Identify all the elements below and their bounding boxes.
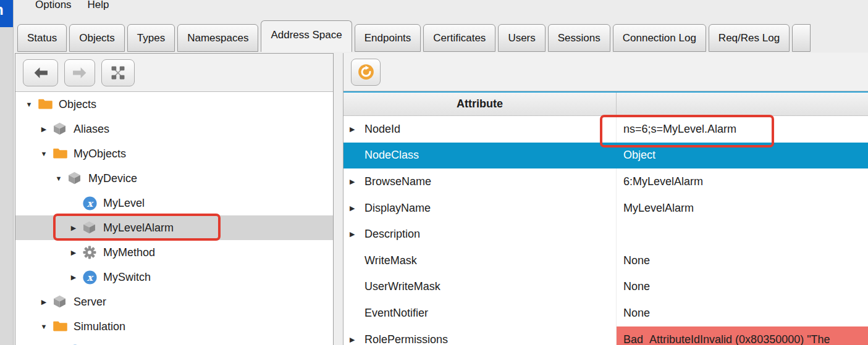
tab-address-space[interactable]: Address Space bbox=[261, 20, 352, 52]
tree-item-simulation[interactable]: ▼Simulation bbox=[15, 314, 333, 339]
cube-icon bbox=[53, 122, 67, 136]
address-space-tree: ▼Objects▶Aliases▼MyObjects▼MyDevicexMyLe… bbox=[15, 92, 333, 345]
background-window-fragment: n bbox=[0, 0, 14, 27]
references-button[interactable] bbox=[101, 59, 135, 86]
tab-connection-log[interactable]: Connection Log bbox=[613, 24, 706, 52]
tab-partial[interactable] bbox=[792, 24, 811, 52]
tab-bar: StatusObjectsTypesNamespacesAddress Spac… bbox=[14, 16, 868, 52]
tree-item-mylevel[interactable]: xMyLevel bbox=[15, 191, 333, 215]
forward-button[interactable] bbox=[64, 59, 95, 86]
menu-bar: OptionsHelp bbox=[14, 0, 868, 16]
attribute-column-header: Attribute bbox=[343, 93, 617, 115]
tree-item-label: Objects bbox=[59, 98, 96, 111]
attributes-panel: Attribute ▶NodeIdns=6;s=MyLevel.AlarmNod… bbox=[343, 53, 868, 345]
chevron-collapsed-icon[interactable]: ▶ bbox=[69, 249, 78, 257]
tab-types[interactable]: Types bbox=[127, 24, 175, 52]
attribute-name: NodeId bbox=[364, 123, 400, 136]
back-icon bbox=[33, 67, 48, 79]
chevron-expanded-icon[interactable]: ▼ bbox=[39, 150, 49, 157]
chevron-collapsed-icon[interactable]: ▶ bbox=[350, 178, 364, 186]
tree-item-mydevice[interactable]: ▼MyDevice bbox=[15, 166, 333, 191]
variable-icon: x bbox=[83, 196, 97, 210]
background-window-letter: n bbox=[0, 1, 4, 19]
desktop-edge-strip: n bbox=[0, 0, 14, 345]
attribute-name: Description bbox=[364, 228, 420, 241]
attribute-value-cell: None bbox=[617, 300, 868, 326]
attribute-value-cell: None bbox=[617, 274, 868, 301]
tree-item-label: MyObjects bbox=[74, 148, 126, 160]
attributes-table: Attribute ▶NodeIdns=6;s=MyLevel.AlarmNod… bbox=[343, 91, 868, 345]
tree-item-label: Simulation bbox=[74, 320, 125, 333]
chevron-expanded-icon[interactable]: ▼ bbox=[39, 323, 49, 330]
chevron-collapsed-icon[interactable]: ▶ bbox=[69, 273, 78, 281]
tree-item-label: MyLevelAlarm bbox=[103, 222, 174, 235]
chevron-collapsed-icon[interactable]: ▶ bbox=[69, 224, 78, 232]
attribute-name-cell: ▶NodeId bbox=[343, 116, 617, 143]
tree-item-server[interactable]: ▶Server bbox=[15, 289, 333, 314]
tree-item-label: Server bbox=[74, 296, 106, 309]
chevron-collapsed-icon[interactable]: ▶ bbox=[350, 230, 364, 238]
tree-item-aliases[interactable]: ▶Aliases bbox=[15, 117, 333, 141]
refresh-button[interactable] bbox=[351, 59, 381, 86]
tree-item-myswitch[interactable]: ▶xMySwitch bbox=[15, 265, 333, 289]
tree-item-label: Aliases bbox=[74, 123, 109, 136]
folder-icon bbox=[38, 98, 53, 112]
attribute-name: EventNotifier bbox=[364, 307, 428, 320]
attribute-name: WriteMask bbox=[364, 254, 417, 267]
chevron-collapsed-icon[interactable]: ▶ bbox=[350, 125, 364, 133]
attribute-name: BrowseName bbox=[364, 175, 431, 188]
content-area: ▼Objects▶Aliases▼MyObjects▼MyDevicexMyLe… bbox=[14, 52, 868, 345]
tree-item-mylevelalarm[interactable]: ▶MyLevelAlarm bbox=[15, 215, 333, 240]
attr-row-nodeclass[interactable]: NodeClassObject bbox=[343, 143, 868, 169]
references-icon bbox=[111, 66, 125, 80]
attribute-name-cell: WriteMask bbox=[343, 247, 617, 274]
chevron-collapsed-icon[interactable]: ▶ bbox=[350, 204, 364, 212]
tree-item-mymethod[interactable]: ▶MyMethod bbox=[15, 240, 333, 265]
attributes-table-header: Attribute bbox=[343, 93, 868, 116]
cube-icon bbox=[68, 172, 82, 186]
chevron-expanded-icon[interactable]: ▼ bbox=[54, 175, 64, 182]
tab-users[interactable]: Users bbox=[498, 24, 545, 52]
tab-endpoints[interactable]: Endpoints bbox=[355, 24, 421, 52]
attr-row-displayname[interactable]: ▶DisplayNameMyLevelAlarm bbox=[343, 195, 868, 222]
refresh-icon bbox=[358, 64, 374, 80]
menu-options[interactable]: Options bbox=[27, 0, 80, 12]
menu-help[interactable]: Help bbox=[80, 0, 117, 12]
tab-sessions[interactable]: Sessions bbox=[548, 24, 610, 52]
tab-status[interactable]: Status bbox=[17, 24, 67, 52]
attr-row-eventnotifier[interactable]: EventNotifierNone bbox=[343, 300, 868, 326]
tab-objects[interactable]: Objects bbox=[69, 24, 125, 52]
variable-icon: x bbox=[83, 270, 97, 285]
attribute-name-cell: UserWriteMask bbox=[343, 274, 617, 301]
chevron-collapsed-icon[interactable]: ▶ bbox=[39, 125, 49, 133]
back-button[interactable] bbox=[23, 59, 58, 86]
attribute-name: UserWriteMask bbox=[364, 280, 440, 293]
tree-item-label: MyLevel bbox=[103, 197, 145, 210]
chevron-collapsed-icon[interactable]: ▶ bbox=[39, 298, 49, 306]
attr-row-rolepermissions[interactable]: ▶RolePermissionsBad_AttributeIdInvalid (… bbox=[343, 326, 868, 345]
tab-namespaces[interactable]: Namespaces bbox=[177, 24, 258, 52]
attr-row-userwritemask[interactable]: UserWriteMaskNone bbox=[343, 274, 868, 301]
chevron-expanded-icon[interactable]: ▼ bbox=[24, 101, 34, 108]
attribute-value-cell: None bbox=[617, 247, 868, 274]
attribute-name-cell: ▶Description bbox=[343, 221, 617, 247]
attr-row-browsename[interactable]: ▶BrowseName6:MyLevelAlarm bbox=[343, 168, 868, 195]
attribute-value-cell: 6:MyLevelAlarm bbox=[617, 168, 868, 195]
attribute-name-cell: EventNotifier bbox=[343, 300, 617, 326]
tree-item-objects[interactable]: ▼Objects bbox=[15, 92, 333, 117]
tree-item-label: MyDevice bbox=[88, 172, 137, 185]
tree-item-label: MyMethod bbox=[103, 246, 155, 259]
attribute-value-cell: ns=6;s=MyLevel.Alarm bbox=[617, 116, 868, 143]
tab-certificates[interactable]: Certificates bbox=[423, 24, 495, 52]
tree-item-myobjects[interactable]: ▼MyObjects bbox=[15, 141, 333, 166]
tree-item-label: MySwitch bbox=[103, 271, 151, 284]
cube-icon bbox=[83, 221, 97, 235]
attr-row-writemask[interactable]: WriteMaskNone bbox=[343, 247, 868, 274]
tree-item-item[interactable]: x bbox=[15, 339, 333, 345]
tab-req-res-log[interactable]: Req/Res Log bbox=[709, 24, 790, 52]
attr-row-description[interactable]: ▶Description bbox=[343, 221, 868, 247]
chevron-collapsed-icon[interactable]: ▶ bbox=[350, 336, 364, 344]
attr-row-nodeid[interactable]: ▶NodeIdns=6;s=MyLevel.Alarm bbox=[343, 116, 868, 143]
attribute-name: NodeClass bbox=[364, 149, 419, 162]
attribute-value-cell bbox=[617, 221, 868, 247]
